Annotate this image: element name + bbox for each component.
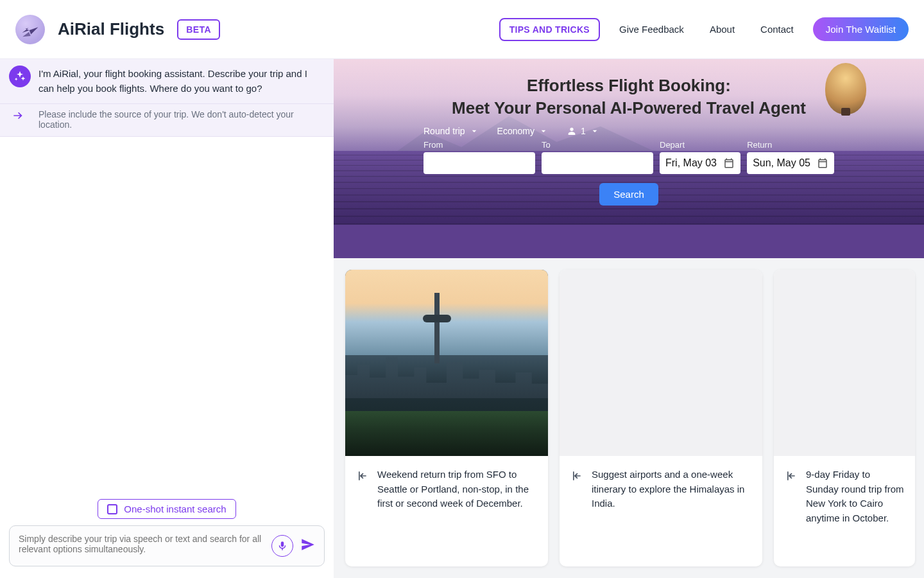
hero: Effortless Flight Booking: Meet Your Per… (334, 59, 924, 258)
sparkle-icon (13, 70, 26, 83)
person-icon (567, 126, 577, 136)
arrow-right-icon (12, 109, 24, 124)
main-panel: Effortless Flight Booking: Meet Your Per… (334, 59, 924, 578)
brand-name: AiRial Flights (58, 19, 164, 39)
search-fields: From To Depart Fri, May 03 (424, 140, 834, 174)
trees (345, 411, 548, 456)
passenger-value: 1 (581, 126, 586, 136)
insert-left-icon (355, 469, 368, 482)
send-icon (300, 536, 316, 553)
return-label: Return (747, 140, 834, 150)
chat-input[interactable] (17, 532, 265, 559)
join-waitlist-button[interactable]: Join The Waitlist (813, 17, 909, 41)
to-label: To (542, 140, 653, 150)
hero-title-line1: Effortless Flight Booking: (334, 76, 924, 96)
chevron-down-icon (590, 126, 600, 136)
depart-date-picker[interactable]: Fri, May 03 (660, 152, 740, 174)
card-image (774, 270, 915, 456)
oneshot-toggle[interactable]: One-shot instant search (98, 499, 235, 519)
nav-about[interactable]: About (703, 20, 741, 39)
chat-panel: I'm AiRial, your flight booking assistan… (0, 59, 334, 578)
card-prompt: Weekend return trip from SFO to Seattle … (377, 468, 538, 511)
checkbox-icon (107, 504, 117, 514)
cabin-value: Economy (497, 126, 535, 136)
composer (9, 525, 325, 566)
tips-button[interactable]: TIPS AND TRICKS (499, 18, 600, 41)
search-button[interactable]: Search (599, 183, 658, 206)
assistant-text: I'm AiRial, your flight booking assistan… (38, 68, 307, 94)
return-value: Sun, May 05 (753, 157, 810, 169)
mic-button[interactable] (271, 535, 293, 557)
assistant-hint: Please include the source of your trip. … (0, 104, 334, 137)
chat-scroll[interactable]: I'm AiRial, your flight booking assistan… (0, 59, 334, 491)
suggestion-card[interactable]: Suggest airports and a one-week itinerar… (560, 270, 762, 566)
return-date-picker[interactable]: Sun, May 05 (747, 152, 834, 174)
insert-left-icon (784, 469, 797, 482)
trip-type-select[interactable]: Round trip (424, 126, 479, 136)
depart-value: Fri, May 03 (665, 157, 717, 169)
hero-title-line2: Meet Your Personal AI-Powered Travel Age… (334, 98, 924, 118)
composer-area: One-shot instant search (0, 491, 334, 578)
from-input[interactable] (424, 152, 535, 174)
calendar-icon (723, 157, 735, 169)
from-label: From (424, 140, 535, 150)
card-prompt: Suggest airports and a one-week itinerar… (592, 468, 752, 511)
assistant-message: I'm AiRial, your flight booking assistan… (0, 59, 334, 104)
city-skyline (345, 347, 548, 398)
calendar-icon (817, 157, 828, 169)
assistant-avatar (9, 66, 31, 87)
send-button[interactable] (300, 536, 316, 556)
app-header: AiRial Flights BETA TIPS AND TRICKS Give… (0, 0, 924, 59)
to-input[interactable] (542, 152, 653, 174)
card-image (560, 270, 762, 456)
card-prompt: 9-day Friday to Sunday round trip from N… (806, 468, 905, 525)
trip-type-value: Round trip (424, 126, 465, 136)
card-image (345, 270, 548, 456)
passenger-select[interactable]: 1 (567, 126, 600, 136)
brand-logo (15, 15, 45, 44)
search-selectors: Round trip Economy 1 (424, 126, 834, 136)
cabin-select[interactable]: Economy (497, 126, 549, 136)
suggestion-card[interactable]: 9-day Friday to Sunday round trip from N… (774, 270, 915, 566)
oneshot-label: One-shot instant search (124, 504, 226, 514)
hint-text: Please include the source of your trip. … (38, 109, 294, 130)
nav-feedback[interactable]: Give Feedback (613, 20, 690, 39)
nav-contact[interactable]: Contact (754, 20, 800, 39)
insert-left-icon (570, 469, 583, 482)
airplane-icon (21, 20, 40, 39)
space-needle-icon (434, 293, 440, 363)
mic-icon (277, 540, 288, 552)
search-panel: Round trip Economy 1 From (424, 126, 834, 206)
beta-badge: BETA (177, 19, 220, 40)
depart-label: Depart (660, 140, 740, 150)
chevron-down-icon (538, 126, 549, 136)
chevron-down-icon (469, 126, 479, 136)
suggestion-cards[interactable]: Weekend return trip from SFO to Seattle … (334, 258, 924, 578)
suggestion-card[interactable]: Weekend return trip from SFO to Seattle … (345, 270, 548, 566)
